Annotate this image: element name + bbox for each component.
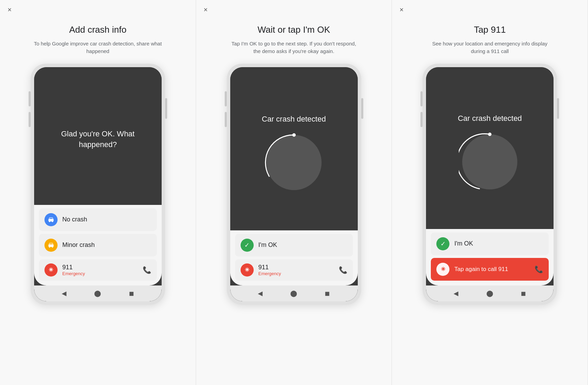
svg-point-5 [52,246,53,248]
timer-circle-3 [462,134,517,189]
phone-side-button-right-3 [557,98,559,119]
phone-side-button-right-1 [165,98,167,119]
recent-icon-3[interactable]: ◼ [521,290,526,297]
phone-buttons-area-2: ✓ I'm OK ✳ 911 Emergency � [230,230,358,285]
phone-screen-top-3: Car crash detected [426,67,554,229]
phone-buttons-area-3: ✓ I'm OK ✳ Tap again to call 911 📞 [426,229,554,285]
minor-crash-icon [44,239,58,252]
svg-point-1 [49,221,50,222]
nav-bar-1: ◀ ⬤ ◼ [34,285,162,301]
call-icon-1: 📞 [143,266,151,274]
close-button-2[interactable]: × [204,6,208,13]
phone-side-button-right-2 [361,98,363,119]
im-ok-button-3[interactable]: ✓ I'm OK [431,232,549,255]
phone-mockup-2: Car crash detected ✓ I'm OK [227,64,361,305]
911-sub-2: Emergency [258,271,281,276]
recent-icon-1[interactable]: ◼ [129,290,134,297]
911-left-1: ✳ 911 Emergency [44,263,85,277]
recent-icon-2[interactable]: ◼ [325,290,330,297]
phone-screen-title-2: Car crash detected [262,114,326,125]
panel-2-title: Wait or tap I'm OK [257,24,330,36]
nav-bar-3: ◀ ⬤ ◼ [426,285,554,301]
panel-add-crash-info: × Add crash info To help Google improve … [0,0,196,385]
asterisk-icon-3: ✳ [441,266,445,272]
phone-mockup-1: Glad you're OK. What happened? No crash [31,64,165,305]
phone-side-button-left1-1 [29,91,31,106]
panel-tap-911: × Tap 911 See how your location and emer… [392,0,588,385]
911-button-2[interactable]: ✳ 911 Emergency 📞 [235,259,353,281]
timer-circle-2 [266,135,322,190]
phone-screen-top-1: Glad you're OK. What happened? [34,67,162,205]
im-ok-button-2[interactable]: ✓ I'm OK [235,234,353,257]
close-button-3[interactable]: × [399,6,404,13]
911-icon-1: ✳ [44,263,58,277]
phone-screen-title-3: Car crash detected [458,113,522,124]
phone-screen-2: Car crash detected ✓ I'm OK [230,67,358,301]
phone-screen-3: Car crash detected ✓ I'm OK [426,67,554,301]
911-text-1: 911 Emergency [62,264,85,276]
call-icon-3: 📞 [535,265,543,273]
tap-911-red-button[interactable]: ✳ Tap again to call 911 📞 [431,258,549,281]
phone-screen-top-2: Car crash detected [230,67,358,230]
panel-3-title: Tap 911 [474,24,506,36]
no-crash-icon [44,213,58,226]
no-crash-button[interactable]: No crash [39,208,157,231]
911-sub-1: Emergency [62,271,85,276]
ok-icon-2: ✓ [241,239,254,252]
911-text-2: 911 Emergency [258,264,281,276]
svg-point-2 [52,221,53,222]
minor-crash-button[interactable]: Minor crash [39,234,157,257]
phone-screen-1: Glad you're OK. What happened? No crash [34,67,162,301]
911-icon-2: ✳ [241,263,254,277]
im-ok-label-2: I'm OK [258,241,347,249]
911-button-1[interactable]: ✳ 911 Emergency 📞 [39,259,157,281]
timer-arc-2 [263,132,325,194]
phone-side-button-left1-3 [420,91,423,106]
timer-arc-3 [459,131,521,193]
asterisk-icon-2: ✳ [245,267,249,273]
svg-point-7 [488,133,491,136]
nav-bar-2: ◀ ⬤ ◼ [230,285,358,301]
phone-buttons-area-1: No crash Minor crash [34,205,162,285]
911-number-2: 911 [258,264,281,271]
panel-1-desc: To help Google improve car crash detecti… [32,40,163,55]
phone-screen-title-1: Glad you're OK. What happened? [44,129,151,150]
close-button-1[interactable]: × [8,6,12,13]
911-number-1: 911 [62,264,85,271]
asterisk-icon-1: ✳ [49,267,53,273]
home-icon-1[interactable]: ⬤ [94,290,101,297]
back-icon-2[interactable]: ◀ [258,290,263,297]
svg-point-4 [49,246,50,248]
panel-3-desc: See how your location and emergency info… [424,40,555,55]
ok-icon-3: ✓ [436,237,449,250]
check-icon-2: ✓ [244,241,250,249]
back-icon-3[interactable]: ◀ [454,290,458,297]
home-icon-3[interactable]: ⬤ [486,290,493,297]
panel-2-desc: Tap I'm OK to go to the next step. If yo… [229,40,359,55]
911-icon-3: ✳ [436,263,449,276]
phone-side-button-left2-1 [29,112,31,127]
panel-wait-ok: × Wait or tap I'm OK Tap I'm OK to go to… [196,0,392,385]
back-icon-1[interactable]: ◀ [62,290,67,297]
panel-1-title: Add crash info [69,24,126,36]
check-icon-3: ✓ [440,240,446,248]
no-crash-label: No crash [62,216,151,223]
tap-911-red-label: Tap again to call 911 [454,266,530,273]
home-icon-2[interactable]: ⬤ [290,290,297,297]
phone-side-button-left2-3 [420,112,423,127]
911-left-2: ✳ 911 Emergency [241,263,281,277]
phone-mockup-3: Car crash detected ✓ I'm OK [423,64,557,305]
phone-side-button-left1-2 [225,91,227,106]
phone-side-button-left2-2 [225,112,227,127]
im-ok-label-3: I'm OK [454,240,543,247]
call-icon-2: 📞 [339,266,347,274]
minor-crash-label: Minor crash [62,241,151,249]
svg-point-6 [292,133,296,137]
